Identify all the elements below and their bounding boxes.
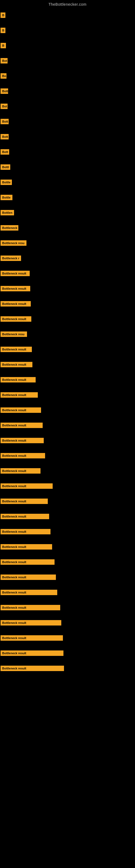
bar-row: Bottleneck result bbox=[0, 478, 135, 494]
bar-row: Bottleneck result bbox=[0, 600, 135, 615]
bar-row: Bott bbox=[0, 129, 135, 144]
bar-row: Bottleneck result bbox=[0, 357, 135, 372]
bar-label: Bott bbox=[1, 119, 9, 124]
bar-label: Bottleneck result bbox=[1, 514, 49, 519]
bar-label: Bottleneck result bbox=[1, 635, 63, 641]
bar-row: Bottleneck result bbox=[0, 494, 135, 509]
bar-label: Bottleneck result bbox=[1, 468, 41, 474]
bar-row: Bottleneck result bbox=[0, 661, 135, 676]
bar-label: Bottleneck result bbox=[1, 377, 36, 382]
bar-row: Bottleneck result bbox=[0, 554, 135, 569]
bar-row: B bbox=[0, 23, 135, 38]
bar-label: Bottleneck result bbox=[1, 605, 60, 610]
bar-row: Bottleneck result bbox=[0, 448, 135, 463]
bar-label: Bott bbox=[1, 134, 9, 140]
bar-label: Bottle bbox=[1, 180, 12, 185]
bar-row: Bottleneck result bbox=[0, 388, 135, 403]
bar-row: Bottleneck result bbox=[0, 433, 135, 448]
site-title: TheBottlenecker.com bbox=[0, 0, 135, 8]
bar-row: Bottleneck resu bbox=[0, 236, 135, 251]
bar-label: B bbox=[1, 43, 6, 48]
bar-row: Bottleneck result bbox=[0, 630, 135, 646]
bar-row: Bottleneck result bbox=[0, 281, 135, 296]
bar-label: Bot bbox=[1, 58, 8, 63]
bar-row: Bottleneck result bbox=[0, 539, 135, 554]
bar-label: Bottleneck result bbox=[1, 559, 54, 565]
bar-row: Bott bbox=[0, 114, 135, 129]
bar-row: Bottleneck result bbox=[0, 463, 135, 478]
bar-label: Bottleneck result bbox=[1, 316, 31, 322]
bar-row: Bo bbox=[0, 68, 135, 84]
bar-row: Bottlen bbox=[0, 205, 135, 220]
bar-label: Bottleneck result bbox=[1, 575, 56, 580]
bar-label: Bottleneck result bbox=[1, 423, 43, 428]
bar-label: Bottle bbox=[1, 195, 12, 200]
bar-row: Bottle bbox=[0, 175, 135, 190]
bar-label: Bottleneck result bbox=[1, 286, 30, 291]
bar-row: B bbox=[0, 8, 135, 23]
bar-label: Bottleneck result bbox=[1, 453, 45, 458]
bar-label: Bottleneck result bbox=[1, 499, 48, 504]
bar-row: Bottleneck result bbox=[0, 296, 135, 311]
bar-label: Bottleneck result bbox=[1, 301, 31, 307]
bar-row: Bot bbox=[0, 53, 135, 68]
bar-label: Bottleneck result bbox=[1, 665, 64, 671]
bar-label: Bott bbox=[1, 149, 9, 155]
bar-label: Bottleneck result bbox=[1, 590, 57, 595]
bar-row: Bottleneck result bbox=[0, 585, 135, 600]
bars-container: BBBBotBoBottBotBottBottBottBottlBottleBo… bbox=[0, 8, 135, 676]
bar-row: Bottleneck result bbox=[0, 524, 135, 539]
bar-row: Bott bbox=[0, 84, 135, 99]
bar-row: Bot bbox=[0, 99, 135, 114]
bar-row: Bottleneck result bbox=[0, 266, 135, 281]
bar-label: Bottleneck result bbox=[1, 271, 30, 276]
bar-row: Bottleneck bbox=[0, 220, 135, 236]
bar-label: B bbox=[1, 12, 5, 18]
bar-row: Bottleneck result bbox=[0, 418, 135, 433]
bar-label: Bottleneck result bbox=[1, 347, 32, 352]
bar-label: Bo bbox=[1, 73, 6, 79]
bar-label: Bottleneck result bbox=[1, 620, 61, 625]
bar-row: Bottleneck result bbox=[0, 615, 135, 630]
bar-label: Bottleneck result bbox=[1, 529, 50, 534]
bar-row: Bott bbox=[0, 144, 135, 159]
bar-label: Bottleneck result bbox=[1, 438, 44, 443]
bar-label: Bottleneck r bbox=[1, 255, 21, 261]
bar-label: Bottleneck resu bbox=[1, 240, 27, 246]
bar-row: Bottleneck resu bbox=[0, 327, 135, 342]
bar-row: Bottl bbox=[0, 159, 135, 175]
bar-row: Bottleneck r bbox=[0, 251, 135, 266]
bar-row: B bbox=[0, 38, 135, 53]
bar-row: Bottleneck result bbox=[0, 509, 135, 524]
bar-label: Bottleneck result bbox=[1, 650, 63, 656]
bar-label: Bot bbox=[1, 104, 8, 109]
bar-label: Bottleneck result bbox=[1, 544, 52, 550]
bar-row: Bottleneck result bbox=[0, 569, 135, 585]
bar-label: Bott bbox=[1, 88, 8, 94]
bar-row: Bottleneck result bbox=[0, 646, 135, 661]
bar-label: Bottleneck resu bbox=[1, 332, 27, 337]
bar-row: Bottleneck result bbox=[0, 342, 135, 357]
bar-row: Bottleneck result bbox=[0, 311, 135, 327]
bar-label: Bottleneck result bbox=[1, 392, 38, 398]
bar-label: Bottleneck result bbox=[1, 407, 41, 413]
bar-row: Bottle bbox=[0, 190, 135, 205]
bar-label: Bottleneck result bbox=[1, 362, 32, 367]
bar-label: Bottleneck bbox=[1, 225, 18, 230]
bar-row: Bottleneck result bbox=[0, 403, 135, 418]
bar-label: Bottl bbox=[1, 164, 10, 170]
bar-row: Bottleneck result bbox=[0, 372, 135, 388]
bar-label: Bottleneck result bbox=[1, 484, 53, 489]
bar-label: B bbox=[1, 28, 5, 33]
bar-label: Bottlen bbox=[1, 210, 14, 215]
